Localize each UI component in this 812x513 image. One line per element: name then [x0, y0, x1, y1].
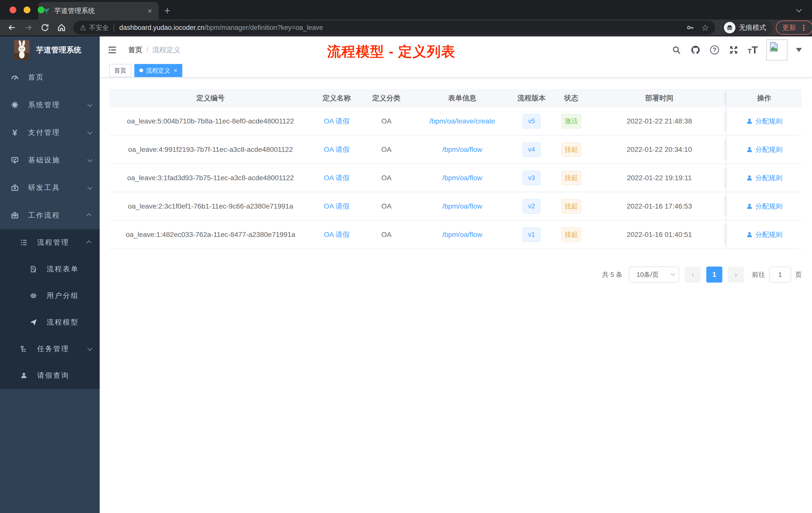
security-label[interactable]: 不安全	[89, 23, 109, 32]
yen-icon: ¥	[10, 128, 19, 137]
sidebar-toggle-icon[interactable]	[107, 45, 117, 55]
avatar-caret-icon[interactable]	[796, 48, 802, 52]
gear-icon	[10, 101, 19, 109]
goto-unit: 页	[795, 270, 802, 279]
definition-name-link[interactable]: OA 请假	[324, 117, 350, 126]
minimize-window-button[interactable]	[24, 6, 30, 13]
help-icon[interactable]: ?	[709, 44, 720, 56]
tab-title: 芋道管理系统	[54, 6, 146, 15]
dashboard-icon	[10, 73, 19, 82]
back-button[interactable]	[7, 23, 17, 32]
sidebar-item-process-mgmt[interactable]: 流程管理	[0, 229, 100, 256]
github-icon[interactable]	[690, 44, 701, 56]
chevron-down-icon	[671, 272, 675, 276]
security-warning-icon[interactable]: ⚠	[80, 24, 86, 32]
new-tab-button[interactable]: +	[164, 2, 171, 20]
goto-page-input[interactable]	[769, 267, 791, 282]
tag-close-icon[interactable]: ×	[174, 67, 177, 73]
chevron-down-icon	[87, 102, 92, 107]
update-label: 更新	[782, 23, 796, 32]
definition-name-link[interactable]: OA 请假	[324, 173, 350, 183]
sidebar-item-process-form[interactable]: 流程表单	[0, 256, 100, 282]
status-badge: 激活	[561, 114, 581, 128]
search-icon[interactable]	[671, 44, 682, 56]
definition-name-link[interactable]: OA 请假	[324, 202, 350, 211]
assign-rule-button[interactable]: 分配规则	[746, 202, 783, 211]
address-bar[interactable]: ⚠ 不安全 dashboard.yudao.iocoder.cn/bpm/man…	[73, 21, 715, 35]
cell-category: OA	[361, 192, 411, 220]
chevron-down-icon	[87, 157, 92, 162]
sidebar-item-process-model[interactable]: 流程模型	[0, 309, 100, 336]
table-header-row: 定义编号 定义名称 定义分类 表单信息 流程版本 状态 部署时间 操作	[109, 89, 802, 107]
form-link[interactable]: /bpm/oa/flow	[442, 146, 482, 154]
breadcrumb: 首页 / 流程定义	[128, 45, 180, 55]
tab-close-icon[interactable]: ×	[146, 7, 154, 15]
browser-tab[interactable]: 芋道管理系统 ×	[38, 2, 159, 20]
prev-page-button[interactable]: ‹	[685, 267, 701, 282]
list-icon	[20, 238, 28, 247]
main-area: 首页 / 流程定义 流程模型 - 定义列表 ?	[100, 36, 812, 513]
browser-menu-icon[interactable]: ⋮	[800, 23, 808, 32]
status-badge: 挂起	[561, 142, 581, 157]
forward-button[interactable]	[24, 23, 33, 32]
assign-rule-button[interactable]: 分配规则	[746, 230, 783, 239]
form-link[interactable]: /bpm/oa/flow	[442, 202, 482, 210]
breadcrumb-home[interactable]: 首页	[128, 45, 142, 55]
sidebar-item-infra[interactable]: 基础设施	[0, 146, 100, 174]
sidebar-item-user-group[interactable]: 用户分组	[0, 282, 100, 309]
close-window-button[interactable]	[9, 6, 16, 13]
tab-strip: 芋道管理系统 × +	[0, 0, 812, 20]
sidebar-item-payment[interactable]: ¥ 支付管理	[0, 119, 100, 146]
url-text[interactable]: dashboard.yudao.iocoder.cn/bpm/manager/d…	[119, 24, 681, 32]
form-link[interactable]: /bpm/oa/flow	[442, 174, 482, 182]
sidebar-item-task-mgmt[interactable]: 任务管理	[0, 336, 100, 362]
tag-process-definition[interactable]: 流程定义 ×	[134, 64, 182, 77]
paper-plane-icon	[29, 318, 38, 327]
breadcrumb-current: 流程定义	[152, 45, 180, 55]
tab-search-chevron-icon[interactable]	[797, 7, 803, 13]
current-page-button[interactable]: 1	[706, 267, 722, 282]
tree-icon	[20, 344, 28, 353]
avatar[interactable]	[766, 39, 787, 60]
pagination-total: 共 5 条	[602, 270, 622, 279]
cell-category: OA	[361, 221, 411, 248]
tag-home[interactable]: 首页	[109, 64, 131, 77]
page-size-select[interactable]: 10条/页	[629, 267, 679, 282]
form-link[interactable]: /bpm/oa/flow	[442, 231, 482, 239]
next-page-button[interactable]: ›	[728, 267, 744, 282]
sidebar-item-workflow[interactable]: 工作流程	[0, 202, 100, 229]
definition-name-link[interactable]: OA 请假	[324, 230, 350, 239]
home-button[interactable]	[57, 23, 66, 32]
sidebar-item-leave-query[interactable]: 请假查询	[0, 362, 100, 389]
sidebar-item-system[interactable]: 系统管理	[0, 91, 100, 119]
update-button[interactable]: 更新 ⋮	[776, 21, 812, 35]
cell-category: OA	[361, 135, 411, 163]
assign-rule-button[interactable]: 分配规则	[746, 174, 783, 182]
col-header-id: 定义编号	[109, 89, 312, 107]
status-badge: 挂起	[561, 171, 581, 185]
sidebar-item-devtools[interactable]: 研发工具	[0, 174, 100, 202]
col-header-category: 定义分类	[361, 89, 411, 107]
assign-rule-button[interactable]: 分配规则	[746, 145, 783, 154]
cell-id: oa_leave:4:991f2193-7b7f-11ec-a3c8-acde4…	[109, 135, 312, 163]
navbar: 首页 / 流程定义 流程模型 - 定义列表 ?	[100, 36, 812, 63]
definition-name-link[interactable]: OA 请假	[324, 145, 350, 154]
bookmark-star-icon[interactable]: ☆	[701, 23, 709, 32]
col-header-version: 流程版本	[513, 89, 550, 107]
breadcrumb-separator: /	[146, 46, 148, 54]
col-header-status: 状态	[550, 89, 592, 107]
font-size-icon[interactable]: TT	[747, 44, 758, 56]
fullscreen-icon[interactable]	[728, 44, 739, 56]
form-link[interactable]: /bpm/oa/leave/create	[429, 117, 495, 125]
maximize-window-button[interactable]	[38, 6, 45, 13]
user-icon	[20, 371, 28, 380]
version-badge: v5	[522, 114, 541, 128]
table-row: oa_leave:3:1fad3d93-7b75-11ec-a3c8-acde4…	[109, 164, 802, 192]
app-title: 芋道管理系统	[36, 45, 81, 55]
password-key-icon[interactable]	[686, 23, 695, 32]
sidebar-item-home[interactable]: 首页	[0, 63, 100, 91]
table-row: oa_leave:5:004b710b-7b8a-11ec-8ef0-acde4…	[109, 107, 802, 135]
assign-rule-button[interactable]: 分配规则	[746, 117, 783, 126]
reload-button[interactable]	[40, 23, 50, 32]
version-badge: v4	[522, 142, 541, 157]
